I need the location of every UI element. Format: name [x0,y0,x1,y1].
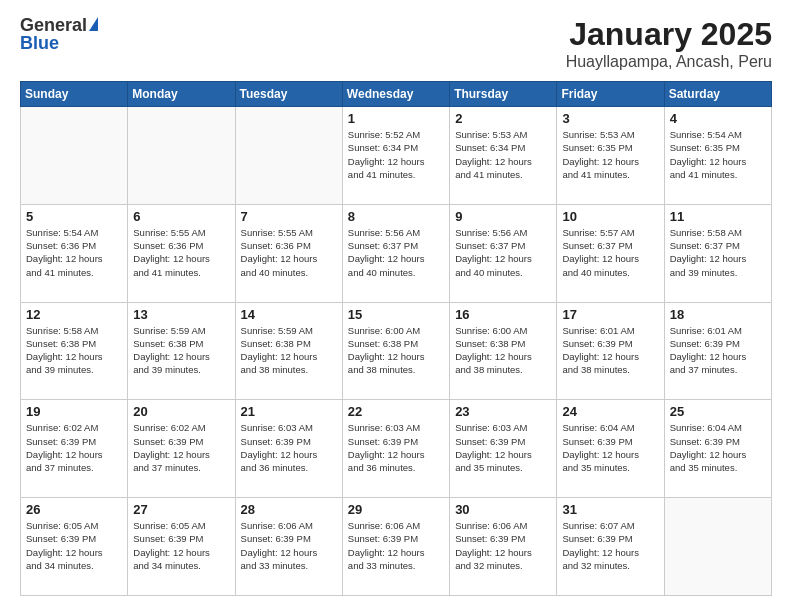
calendar-cell: 15Sunrise: 6:00 AM Sunset: 6:38 PM Dayli… [342,302,449,400]
calendar-header-row: Sunday Monday Tuesday Wednesday Thursday… [21,82,772,107]
calendar-cell: 25Sunrise: 6:04 AM Sunset: 6:39 PM Dayli… [664,400,771,498]
calendar-cell: 7Sunrise: 5:55 AM Sunset: 6:36 PM Daylig… [235,204,342,302]
day-number: 1 [348,111,444,126]
logo-triangle-icon [89,17,98,31]
day-info: Sunrise: 6:02 AM Sunset: 6:39 PM Dayligh… [26,421,122,474]
day-number: 20 [133,404,229,419]
day-number: 17 [562,307,658,322]
calendar-cell: 5Sunrise: 5:54 AM Sunset: 6:36 PM Daylig… [21,204,128,302]
calendar-cell: 22Sunrise: 6:03 AM Sunset: 6:39 PM Dayli… [342,400,449,498]
col-sunday: Sunday [21,82,128,107]
calendar-cell: 16Sunrise: 6:00 AM Sunset: 6:38 PM Dayli… [450,302,557,400]
day-number: 27 [133,502,229,517]
calendar-cell: 13Sunrise: 5:59 AM Sunset: 6:38 PM Dayli… [128,302,235,400]
calendar-cell: 1Sunrise: 5:52 AM Sunset: 6:34 PM Daylig… [342,107,449,205]
day-number: 16 [455,307,551,322]
header: General Blue January 2025 Huayllapampa, … [20,16,772,71]
day-number: 31 [562,502,658,517]
calendar-cell: 3Sunrise: 5:53 AM Sunset: 6:35 PM Daylig… [557,107,664,205]
calendar-week-2: 12Sunrise: 5:58 AM Sunset: 6:38 PM Dayli… [21,302,772,400]
col-tuesday: Tuesday [235,82,342,107]
day-info: Sunrise: 5:53 AM Sunset: 6:35 PM Dayligh… [562,128,658,181]
logo-blue-text: Blue [20,33,59,53]
day-info: Sunrise: 5:52 AM Sunset: 6:34 PM Dayligh… [348,128,444,181]
day-info: Sunrise: 5:58 AM Sunset: 6:38 PM Dayligh… [26,324,122,377]
day-info: Sunrise: 5:57 AM Sunset: 6:37 PM Dayligh… [562,226,658,279]
day-info: Sunrise: 6:01 AM Sunset: 6:39 PM Dayligh… [562,324,658,377]
logo-general-text: General [20,16,87,34]
day-info: Sunrise: 6:06 AM Sunset: 6:39 PM Dayligh… [348,519,444,572]
day-number: 24 [562,404,658,419]
day-number: 2 [455,111,551,126]
day-number: 15 [348,307,444,322]
day-info: Sunrise: 6:02 AM Sunset: 6:39 PM Dayligh… [133,421,229,474]
day-info: Sunrise: 5:55 AM Sunset: 6:36 PM Dayligh… [241,226,337,279]
day-number: 5 [26,209,122,224]
calendar-table: Sunday Monday Tuesday Wednesday Thursday… [20,81,772,596]
calendar-cell: 26Sunrise: 6:05 AM Sunset: 6:39 PM Dayli… [21,498,128,596]
calendar-cell: 4Sunrise: 5:54 AM Sunset: 6:35 PM Daylig… [664,107,771,205]
calendar-cell: 28Sunrise: 6:06 AM Sunset: 6:39 PM Dayli… [235,498,342,596]
day-number: 23 [455,404,551,419]
calendar-title: January 2025 [566,16,772,53]
day-info: Sunrise: 6:06 AM Sunset: 6:39 PM Dayligh… [241,519,337,572]
day-info: Sunrise: 6:01 AM Sunset: 6:39 PM Dayligh… [670,324,766,377]
calendar-cell: 14Sunrise: 5:59 AM Sunset: 6:38 PM Dayli… [235,302,342,400]
day-number: 26 [26,502,122,517]
title-block: January 2025 Huayllapampa, Ancash, Peru [566,16,772,71]
day-info: Sunrise: 6:07 AM Sunset: 6:39 PM Dayligh… [562,519,658,572]
calendar-cell: 6Sunrise: 5:55 AM Sunset: 6:36 PM Daylig… [128,204,235,302]
day-number: 4 [670,111,766,126]
day-info: Sunrise: 5:56 AM Sunset: 6:37 PM Dayligh… [348,226,444,279]
calendar-cell [235,107,342,205]
page: General Blue January 2025 Huayllapampa, … [0,0,792,612]
day-number: 18 [670,307,766,322]
calendar-cell: 21Sunrise: 6:03 AM Sunset: 6:39 PM Dayli… [235,400,342,498]
day-number: 21 [241,404,337,419]
day-number: 19 [26,404,122,419]
calendar-cell: 29Sunrise: 6:06 AM Sunset: 6:39 PM Dayli… [342,498,449,596]
calendar-cell: 9Sunrise: 5:56 AM Sunset: 6:37 PM Daylig… [450,204,557,302]
day-info: Sunrise: 6:05 AM Sunset: 6:39 PM Dayligh… [133,519,229,572]
calendar-week-0: 1Sunrise: 5:52 AM Sunset: 6:34 PM Daylig… [21,107,772,205]
day-number: 25 [670,404,766,419]
calendar-cell [128,107,235,205]
calendar-cell: 24Sunrise: 6:04 AM Sunset: 6:39 PM Dayli… [557,400,664,498]
day-number: 28 [241,502,337,517]
day-info: Sunrise: 5:58 AM Sunset: 6:37 PM Dayligh… [670,226,766,279]
logo: General Blue [20,16,98,52]
day-number: 12 [26,307,122,322]
day-info: Sunrise: 5:59 AM Sunset: 6:38 PM Dayligh… [133,324,229,377]
calendar-cell [664,498,771,596]
col-thursday: Thursday [450,82,557,107]
col-saturday: Saturday [664,82,771,107]
day-info: Sunrise: 6:04 AM Sunset: 6:39 PM Dayligh… [670,421,766,474]
day-number: 10 [562,209,658,224]
day-number: 7 [241,209,337,224]
calendar-cell: 17Sunrise: 6:01 AM Sunset: 6:39 PM Dayli… [557,302,664,400]
calendar-cell: 27Sunrise: 6:05 AM Sunset: 6:39 PM Dayli… [128,498,235,596]
day-info: Sunrise: 6:00 AM Sunset: 6:38 PM Dayligh… [348,324,444,377]
day-info: Sunrise: 5:54 AM Sunset: 6:35 PM Dayligh… [670,128,766,181]
day-info: Sunrise: 6:04 AM Sunset: 6:39 PM Dayligh… [562,421,658,474]
day-number: 22 [348,404,444,419]
day-number: 11 [670,209,766,224]
day-number: 9 [455,209,551,224]
col-monday: Monday [128,82,235,107]
day-info: Sunrise: 6:00 AM Sunset: 6:38 PM Dayligh… [455,324,551,377]
day-number: 13 [133,307,229,322]
calendar-cell: 11Sunrise: 5:58 AM Sunset: 6:37 PM Dayli… [664,204,771,302]
calendar-cell: 19Sunrise: 6:02 AM Sunset: 6:39 PM Dayli… [21,400,128,498]
calendar-cell: 23Sunrise: 6:03 AM Sunset: 6:39 PM Dayli… [450,400,557,498]
calendar-cell: 2Sunrise: 5:53 AM Sunset: 6:34 PM Daylig… [450,107,557,205]
day-number: 14 [241,307,337,322]
calendar-cell [21,107,128,205]
calendar-week-3: 19Sunrise: 6:02 AM Sunset: 6:39 PM Dayli… [21,400,772,498]
calendar-cell: 12Sunrise: 5:58 AM Sunset: 6:38 PM Dayli… [21,302,128,400]
calendar-cell: 31Sunrise: 6:07 AM Sunset: 6:39 PM Dayli… [557,498,664,596]
col-wednesday: Wednesday [342,82,449,107]
day-info: Sunrise: 5:59 AM Sunset: 6:38 PM Dayligh… [241,324,337,377]
day-info: Sunrise: 6:06 AM Sunset: 6:39 PM Dayligh… [455,519,551,572]
calendar-cell: 18Sunrise: 6:01 AM Sunset: 6:39 PM Dayli… [664,302,771,400]
day-info: Sunrise: 5:54 AM Sunset: 6:36 PM Dayligh… [26,226,122,279]
